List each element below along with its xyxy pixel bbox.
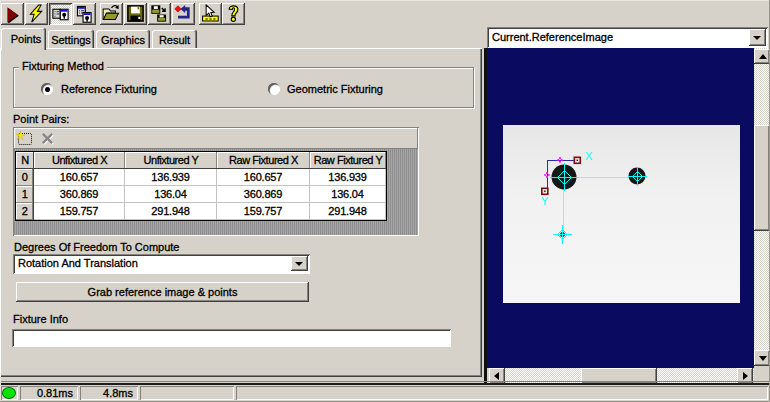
svg-text:Y: Y [541,195,549,207]
svg-text:X: X [585,150,593,162]
